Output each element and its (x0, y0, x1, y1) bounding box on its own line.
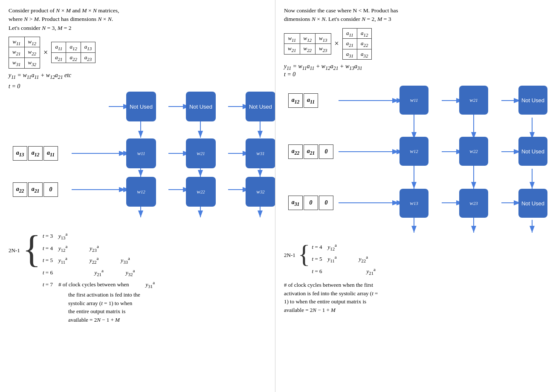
right-timing-content: t = 4 y12a t = 5 y11a y22a t = 6 y21a (312, 241, 376, 277)
right-matrix2: a11a12 a21a22 a31a32 (342, 28, 372, 60)
left-description: Consider product of N × M and M × N matr… (9, 6, 266, 32)
right-input-02: 0 (319, 196, 333, 210)
node-w12-left: w12 (126, 177, 156, 207)
node-w21-left: w21 (186, 138, 216, 168)
right-formula: y11 = w11a11 + w12a21 + w13a31 t = 0 (284, 63, 541, 78)
right-footnote: # of clock cycles between when the first… (284, 281, 531, 314)
not-used-right-1: Not Used (518, 86, 547, 115)
right-input-a31: a31 (288, 196, 303, 210)
left-matrix-area: w11w12 w21w22 w31w32 × a11a12a13 a21a22a… (9, 37, 266, 69)
right-systolic-container: w11 w21 Not Used w12 w22 Not Used w13 w2… (284, 81, 544, 239)
node-w31-left: w31 (246, 138, 275, 168)
node-w22-left: w22 (186, 177, 216, 207)
times-symbol-left: × (43, 48, 48, 57)
right-input-a22: a22 (288, 144, 303, 159)
left-timing-section: 2N-1 { t = 3 y13a t = 4 y12a y23a t = 5 … (9, 230, 266, 324)
left-t-label-row: t = 0 (9, 83, 266, 90)
not-used-right-2: Not Used (518, 137, 547, 166)
not-used-node-2: Not Used (186, 92, 216, 121)
right-input-row1: a12 a11 (288, 93, 318, 108)
timing-row-3: t = 5 y11a y22a y33a (43, 254, 155, 266)
left-brace: { (23, 230, 41, 268)
right-timing-row-3: t = 6 y21a (312, 265, 376, 277)
timing-row-5: t = 7 # of clock cycles between when y31… (43, 279, 155, 291)
left-input-row2: a22 a21 0 (13, 182, 58, 197)
input-a22: a22 (13, 182, 27, 197)
left-matrix1: w11w12 w21w22 w31w32 (9, 37, 40, 69)
not-used-node-3: Not Used (246, 92, 275, 121)
left-footnote: the first activation is fed into the sys… (68, 291, 155, 324)
left-matrix2: a11a12a13 a21a22a23 (51, 42, 96, 63)
left-input-row1: a13 a12 a11 (13, 146, 58, 161)
node-w21-right: w21 (459, 86, 488, 115)
right-panel: Now consider the case where N < M. Produ… (275, 0, 550, 392)
timing-row-1: t = 3 y13a (43, 230, 155, 242)
left-t0-label: t = 0 (9, 83, 20, 90)
node-w22-right: w22 (459, 137, 488, 166)
left-panel: Consider product of N × M and M × N matr… (0, 0, 275, 392)
input-a21: a21 (28, 182, 43, 197)
node-w23-right: w23 (459, 189, 488, 218)
right-description: Now consider the case where N < M. Produ… (284, 6, 541, 24)
timing-row-4: t = 6 y21a y32a (43, 267, 155, 279)
right-input-0: 0 (319, 144, 333, 159)
node-w12-right: w12 (399, 137, 428, 166)
right-timing-label: 2N-1 (284, 252, 295, 259)
right-input-01: 0 (304, 196, 318, 210)
right-input-row2: a22 a21 0 (288, 144, 333, 159)
node-w32-left: w32 (246, 177, 275, 207)
left-systolic-container: Not Used Not Used Not Used w11 w21 w31 w… (9, 92, 266, 224)
times-symbol-right: × (335, 39, 339, 48)
right-input-row3: a31 0 0 (288, 196, 333, 210)
input-0-left: 0 (43, 182, 58, 197)
node-w13-right: w13 (399, 189, 428, 218)
input-a11: a11 (43, 146, 58, 161)
not-used-right-3: Not Used (518, 189, 547, 218)
left-timing-label: 2N-1 (9, 247, 20, 254)
right-input-a21: a21 (304, 144, 318, 159)
right-input-a11: a11 (304, 93, 318, 108)
not-used-node-1: Not Used (126, 92, 156, 121)
left-timing-content: t = 3 y13a t = 4 y12a y23a t = 5 y11a y2… (43, 230, 155, 324)
main-container: Consider product of N × M and M × N matr… (0, 0, 550, 392)
right-input-a12: a12 (288, 93, 303, 108)
right-timing-section: 2N-1 { t = 4 y12a t = 5 y11a y22a t = 6 … (284, 241, 541, 277)
node-w11-right: w11 (399, 86, 428, 115)
input-a13: a13 (13, 146, 27, 161)
right-timing-row-2: t = 5 y11a y22a (312, 253, 376, 265)
right-timing-row-1: t = 4 y12a (312, 241, 376, 253)
timing-row-2: t = 4 y12a y23a (43, 242, 155, 254)
right-matrix1: w11w12w13 w21w22w23 (284, 33, 331, 55)
left-formula: y11 = w11a11 + w12a21 etc (9, 72, 266, 80)
right-matrix-area: w11w12w13 w21w22w23 × a11a12 a21a22 a31a… (284, 28, 541, 60)
node-w11-left: w11 (126, 138, 156, 168)
input-a12: a12 (28, 146, 43, 161)
right-brace: { (298, 241, 310, 267)
